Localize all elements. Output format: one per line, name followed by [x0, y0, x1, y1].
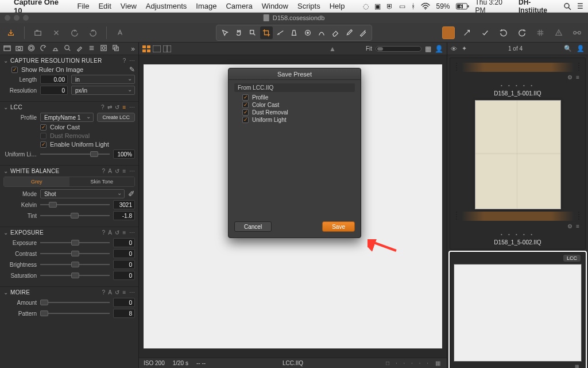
menu-icon[interactable]: ⋯ [129, 289, 135, 296]
menu-extra-display-icon[interactable]: ▭ [399, 2, 405, 10]
help-icon[interactable]: ? [123, 57, 126, 64]
disclosure-icon[interactable]: ⌄ [3, 168, 8, 174]
cursor-crop-icon[interactable] [260, 26, 273, 39]
wb-tab-grey[interactable]: Grey [4, 177, 69, 186]
export-arrow-icon[interactable] [461, 26, 473, 39]
process-check-icon[interactable] [479, 26, 492, 39]
wifi-icon[interactable] [421, 3, 430, 10]
disclosure-icon[interactable]: ⌄ [3, 57, 8, 64]
import-icon[interactable] [5, 26, 17, 39]
tool-delete-icon[interactable] [50, 26, 63, 39]
cursor-hand-icon[interactable] [233, 26, 245, 39]
resolution-input[interactable] [40, 86, 68, 95]
reset-icon[interactable]: ↺ [115, 289, 119, 296]
exposure-slider[interactable] [40, 239, 110, 247]
browser-user-icon[interactable]: 👤 [577, 45, 585, 52]
create-lcc-button[interactable]: Create LCC [97, 113, 135, 122]
cursor-mask-draw-icon[interactable] [315, 26, 328, 39]
uniform-light-value[interactable]: 100% [113, 150, 135, 159]
thumb-menu-icon[interactable]: ≡ [576, 223, 579, 229]
cancel-button[interactable]: Cancel [234, 221, 272, 232]
status-label-icon[interactable]: ▦ [435, 360, 442, 366]
reset-icon[interactable]: ↺ [115, 229, 119, 236]
thumbnail-card-selected[interactable]: LCC ▦ • • • • • LCC.IIQ [450, 252, 586, 368]
menu-scripts[interactable]: Scripts [297, 2, 320, 10]
tab-color-icon[interactable] [40, 44, 47, 53]
tint-value[interactable]: -1.8 [113, 211, 135, 220]
tint-slider[interactable] [40, 212, 110, 220]
preset-icon[interactable]: ≡ [123, 168, 126, 174]
tab-exposure-icon[interactable] [52, 44, 59, 53]
copy-icon[interactable]: ⇄ [107, 104, 112, 110]
preset-icon[interactable]: ≡ [123, 289, 126, 296]
grid-icon[interactable] [534, 26, 547, 39]
preset-profile-checkbox[interactable] [242, 94, 249, 101]
menu-image[interactable]: Image [196, 2, 216, 10]
tab-capture-icon[interactable] [16, 44, 23, 53]
cursor-spot-icon[interactable] [301, 26, 314, 39]
clock[interactable]: Thu 3:20 PM [475, 0, 513, 14]
menu-extra-app2-icon[interactable]: ▣ [374, 2, 381, 10]
show-ruler-checkbox[interactable] [11, 67, 18, 73]
lcc-uniform-checkbox[interactable] [40, 141, 47, 148]
preset-menu-icon[interactable]: ⋯ [129, 57, 135, 64]
disclosure-icon[interactable]: ⌄ [3, 289, 8, 296]
rotate-cw-icon[interactable] [516, 26, 528, 39]
tool-redo-icon[interactable] [87, 26, 99, 39]
menu-help[interactable]: Help [330, 2, 345, 10]
lcc-dust-checkbox[interactable] [40, 133, 47, 139]
cursor-adjust-icon[interactable] [357, 26, 369, 39]
cursor-mask-erase-icon[interactable] [329, 26, 342, 39]
cursor-keystone-icon[interactable] [288, 26, 300, 39]
menu-window[interactable]: Window [262, 2, 288, 10]
battery-percent[interactable]: 59% [436, 2, 450, 10]
help-icon[interactable]: ? [102, 289, 105, 296]
thumbnail-card[interactable]: ⚙≡ • • • • • D158_1_5-001.IIQ ⚙≡ • • • •… [450, 57, 586, 250]
kelvin-slider[interactable] [40, 201, 110, 209]
tab-adjust-icon[interactable] [76, 44, 83, 53]
menu-view[interactable]: View [121, 2, 137, 10]
menu-icon[interactable]: ⋯ [129, 229, 135, 236]
ruler-edit-icon[interactable] [129, 66, 135, 73]
resolution-unit-select[interactable]: px/in [71, 86, 135, 95]
tool-capture-icon[interactable] [32, 26, 44, 39]
glasses-icon[interactable] [571, 26, 583, 39]
browser-filter-icon[interactable]: ✦ [462, 45, 467, 52]
preset-uniform-checkbox[interactable] [242, 117, 249, 123]
menu-extra-app1-icon[interactable]: ◌ [363, 2, 369, 10]
moire-pattern-slider[interactable] [40, 309, 110, 317]
disclosure-icon[interactable]: ⌄ [3, 104, 8, 110]
uniform-light-slider[interactable] [40, 150, 110, 158]
lcc-colorcast-checkbox[interactable] [40, 124, 47, 131]
tool-undo-icon[interactable] [68, 26, 81, 39]
brightness-slider[interactable] [40, 260, 110, 269]
profile-select[interactable]: EmptyName 1 [40, 113, 94, 122]
reset-icon[interactable]: ↺ [115, 168, 119, 174]
moire-pattern-value[interactable]: 8 [113, 309, 135, 318]
disclosure-icon[interactable]: ⌄ [3, 229, 8, 236]
copy-icon[interactable]: A [108, 289, 112, 296]
thumb-menu-icon[interactable]: ≡ [576, 74, 579, 80]
preset-icon[interactable]: ≡ [123, 104, 126, 110]
brightness-value[interactable]: 0 [113, 260, 135, 269]
view-multi-icon[interactable] [142, 45, 150, 52]
thumb-rating-dots[interactable]: • • • • • [452, 232, 583, 237]
menu-adjustments[interactable]: Adjustments [146, 2, 187, 10]
cursor-select-icon[interactable] [219, 26, 231, 39]
wb-tab-skin[interactable]: Skin Tone [69, 177, 135, 186]
spotlight-icon[interactable] [563, 2, 571, 10]
tab-output-icon[interactable] [100, 44, 107, 53]
menu-edit[interactable]: Edit [98, 2, 111, 10]
help-icon[interactable]: ? [102, 168, 105, 174]
exposure-value[interactable]: 0 [113, 238, 135, 247]
preset-icon[interactable]: ≡ [123, 229, 126, 236]
browser-search-icon[interactable]: 🔍 [564, 45, 572, 52]
thumb-gear-icon[interactable]: ⚙ [567, 223, 572, 229]
tab-details-icon[interactable] [64, 44, 71, 53]
tab-lens-icon[interactable] [28, 44, 35, 53]
kelvin-value[interactable]: 3021 [113, 200, 135, 209]
tool-text-icon[interactable] [114, 26, 126, 39]
mode-select[interactable]: Shot [40, 189, 125, 198]
zoom-slider[interactable] [376, 46, 421, 52]
tab-chevron-icon[interactable]: » [131, 45, 135, 52]
